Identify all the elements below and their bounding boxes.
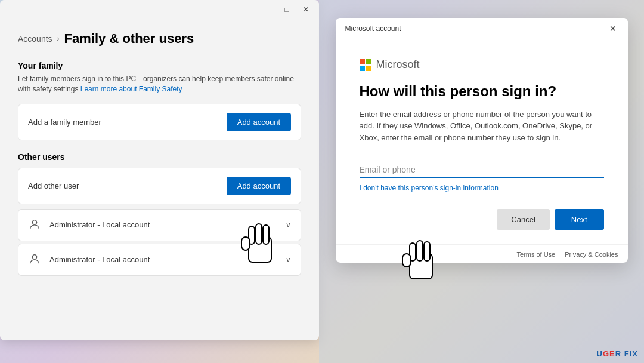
breadcrumb: Accounts › Family & other users — [18, 31, 301, 47]
minimize-button[interactable]: — — [259, 4, 276, 16]
user-chevron-icon-1: ∨ — [286, 221, 291, 229]
user-icon-1 — [28, 218, 42, 232]
ms-dialog-titlebar: Microsoft account ✕ — [336, 18, 628, 39]
ms-dialog-heading: How will this person sign in? — [360, 83, 604, 100]
svg-point-1 — [32, 254, 36, 259]
settings-titlebar: — □ ✕ — [0, 0, 319, 19]
ms-logo-text: Microsoft — [376, 59, 420, 71]
settings-panel: — □ ✕ Accounts › Family & other users Yo… — [0, 0, 319, 340]
no-account-link[interactable]: I don't have this person's sign-in infor… — [360, 184, 604, 192]
user-chevron-icon-2: ∨ — [286, 256, 291, 264]
your-family-desc: Let family members sign in to this PC—or… — [18, 74, 301, 94]
watermark-highlight: GE — [603, 349, 615, 358]
cancel-button[interactable]: Cancel — [497, 209, 549, 230]
user-name-2: Administrator - Local account — [49, 255, 278, 264]
next-button[interactable]: Next — [555, 209, 604, 230]
ms-input-container — [360, 160, 604, 178]
other-user-row: Add other user Add account — [18, 168, 301, 204]
ms-dialog-overlay: Microsoft account ✕ Microsoft How will t… — [319, 0, 644, 363]
learn-more-link[interactable]: Learn more about Family Safety — [80, 85, 182, 93]
ms-dialog-links: Terms of Use Privacy & Cookies — [336, 244, 628, 263]
watermark: UGER FIX — [597, 349, 638, 358]
ms-logo-red — [360, 59, 365, 64]
settings-close-button[interactable]: ✕ — [298, 4, 314, 16]
family-member-row: Add a family member Add account — [18, 104, 301, 140]
ms-dialog-footer: Cancel Next — [360, 209, 604, 230]
breadcrumb-accounts: Accounts — [18, 34, 52, 44]
settings-content: Accounts › Family & other users Your fam… — [0, 19, 319, 290]
other-users-row-label: Add other user — [28, 182, 79, 190]
privacy-cookies-link[interactable]: Privacy & Cookies — [565, 251, 618, 258]
ms-dialog-title: Microsoft account — [345, 24, 401, 33]
ms-dialog-desc: Enter the email address or phone number … — [360, 109, 604, 144]
ms-dialog-body: Microsoft How will this person sign in? … — [336, 39, 628, 244]
terms-of-use-link[interactable]: Terms of Use — [516, 251, 555, 258]
other-users-title: Other users — [18, 152, 301, 162]
breadcrumb-current: Family & other users — [64, 31, 194, 47]
user-icon-2 — [28, 253, 42, 267]
ms-logo-blue — [360, 66, 365, 71]
maximize-button[interactable]: □ — [278, 4, 295, 16]
user-name-1: Administrator - Local account — [49, 220, 278, 229]
ms-logo-green — [366, 59, 371, 64]
ms-dialog-close-button[interactable]: ✕ — [605, 21, 621, 36]
ms-logo-yellow — [366, 66, 371, 71]
add-other-account-button[interactable]: Add account — [227, 177, 291, 195]
ms-dialog-window: Microsoft account ✕ Microsoft How will t… — [336, 18, 628, 263]
add-family-account-button[interactable]: Add account — [227, 113, 291, 131]
breadcrumb-chevron-icon: › — [57, 35, 60, 43]
user-item-1[interactable]: Administrator - Local account ∨ — [18, 209, 301, 241]
email-phone-input[interactable] — [360, 160, 604, 178]
ms-logo-grid — [360, 59, 371, 71]
svg-point-0 — [32, 220, 36, 224]
ms-logo: Microsoft — [360, 59, 604, 71]
user-item-2[interactable]: Administrator - Local account ∨ — [18, 244, 301, 276]
your-family-title: Your family — [18, 61, 301, 70]
family-row-label: Add a family member — [28, 118, 101, 127]
